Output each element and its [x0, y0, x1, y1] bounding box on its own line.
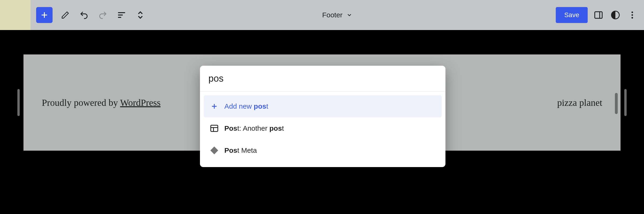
dots-vertical-icon — [628, 10, 637, 20]
settings-sidebar-button[interactable] — [592, 9, 604, 21]
document-title: Footer — [322, 11, 343, 19]
sidebar-icon — [594, 10, 604, 20]
resize-handle-left[interactable] — [17, 89, 20, 116]
redo-button[interactable] — [97, 9, 109, 21]
undo-button[interactable] — [78, 9, 90, 21]
svg-point-4 — [632, 17, 633, 18]
results-list: Add new post Post: Another post Post Met… — [200, 92, 446, 167]
save-button[interactable]: Save — [556, 7, 588, 23]
styles-button[interactable] — [609, 9, 622, 21]
toolbar-left-group — [36, 7, 146, 23]
chevron-updown-icon — [136, 10, 145, 20]
result-label: Post: Another post — [224, 124, 284, 132]
list-view-icon — [117, 10, 126, 20]
svg-point-3 — [632, 14, 633, 16]
result-post-meta[interactable]: Post Meta — [204, 140, 442, 162]
plus-icon — [40, 10, 49, 20]
options-button[interactable] — [626, 9, 638, 21]
scrollbar-handle[interactable] — [615, 93, 618, 114]
redo-icon — [98, 10, 108, 20]
result-add-new[interactable]: Add new post — [204, 95, 442, 117]
result-label: Add new post — [224, 102, 268, 110]
svg-rect-5 — [211, 125, 218, 132]
footer-credit: Proudly powered by WordPress — [42, 97, 160, 108]
list-view-button[interactable] — [116, 9, 128, 21]
undo-icon — [79, 10, 89, 20]
left-edge-strip — [0, 0, 30, 30]
plus-icon — [209, 101, 219, 111]
tag-icon — [209, 146, 219, 155]
result-label: Post Meta — [224, 146, 257, 154]
search-input[interactable] — [208, 73, 437, 84]
contrast-icon — [611, 10, 620, 20]
result-template[interactable]: Post: Another post — [204, 117, 442, 140]
block-inserter-button[interactable] — [36, 7, 52, 23]
move-button[interactable] — [134, 9, 146, 21]
layout-icon — [209, 124, 219, 133]
document-title-dropdown[interactable]: Footer — [322, 11, 352, 19]
toolbar-right-group: Save — [556, 7, 638, 23]
resize-handle-right[interactable] — [624, 89, 627, 116]
top-toolbar: Footer Save — [30, 0, 644, 30]
quick-inserter-popover: Add new post Post: Another post Post Met… — [200, 66, 446, 167]
pencil-icon — [61, 11, 70, 19]
edit-button[interactable] — [59, 9, 71, 21]
footer-credit-prefix: Proudly powered by — [42, 98, 120, 108]
search-input-wrap — [200, 66, 446, 92]
chevron-down-icon — [346, 12, 352, 18]
svg-rect-0 — [595, 12, 602, 18]
footer-credit-link[interactable]: WordPress — [120, 98, 160, 108]
svg-point-2 — [632, 12, 633, 13]
site-title[interactable]: pizza planet — [557, 97, 602, 108]
